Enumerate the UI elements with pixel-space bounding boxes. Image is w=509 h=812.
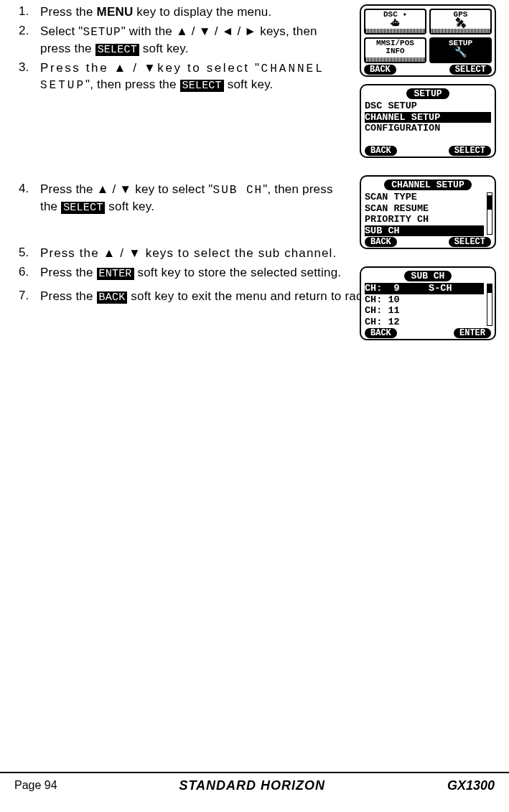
menu-item: CH: 11 xyxy=(365,305,484,317)
step-text: Press the ▲ / ▼ keys to select the sub c… xyxy=(40,246,349,262)
step-number: 2. xyxy=(19,24,40,38)
step-number: 5. xyxy=(19,246,40,260)
satellite-icon: 🛰︎ xyxy=(431,19,490,29)
softkey-back: BACK xyxy=(364,65,396,75)
enter-softkey-ref: ENTER xyxy=(97,268,134,280)
scrollbar xyxy=(487,192,492,235)
boat-icon: ⛴ xyxy=(365,19,425,29)
brand-logo: STANDARD HORIZON xyxy=(179,778,325,793)
screen-title: SUB CH xyxy=(404,271,452,281)
menu-item: DSC SETUP xyxy=(365,101,491,112)
page-footer: Page 94 STANDARD HORIZON GX1300 xyxy=(0,772,509,798)
menu-icon-mmsi: MMSI/POS INFO xyxy=(364,37,426,63)
screen-sub-ch: SUB CH CH: 9 S-CH CH: 10 CH: 11 CH: 12 B… xyxy=(360,266,496,340)
step-text: Press the MENU key to display the menu. xyxy=(40,4,349,21)
step-number: 1. xyxy=(19,4,40,19)
step-text: Press the ▲ / ▼ key to select "SUB CH", … xyxy=(40,182,349,215)
step-number: 4. xyxy=(19,182,40,196)
menu-item: CONFIGURATION xyxy=(365,123,491,134)
softkey-select: SELECT xyxy=(449,237,491,247)
step-1: 1. Press the MENU key to display the men… xyxy=(19,4,349,21)
menu-item: SCAN TYPE xyxy=(365,192,484,203)
menu-item: SCAN RESUME xyxy=(365,203,484,215)
select-softkey-ref: SELECT xyxy=(61,202,105,214)
screen-title: SETUP xyxy=(406,88,449,99)
menu-item-selected: CH: 9 S-CH xyxy=(365,283,484,294)
step-4: 4. Press the ▲ / ▼ key to select "SUB CH… xyxy=(19,182,349,215)
softkey-select: SELECT xyxy=(449,146,491,156)
menu-key: MENU xyxy=(97,5,134,19)
softkey-back: BACK xyxy=(365,146,397,156)
model-number: GX1300 xyxy=(447,778,495,793)
menu-item: PRIORITY CH xyxy=(365,214,484,225)
screen-setup: SETUP DSC SETUP CHANNEL SETUP CONFIGURAT… xyxy=(360,84,496,158)
softkey-select: SELECT xyxy=(449,65,492,75)
menu-item-selected: CHANNEL SETUP xyxy=(365,112,491,123)
step-6: 6. Press the ENTER soft key to store the… xyxy=(19,265,349,281)
select-softkey-ref: SELECT xyxy=(95,44,139,56)
menu-icon-setup: SETUP 🔧 xyxy=(429,37,492,63)
softkey-back: BACK xyxy=(365,328,397,338)
step-text: Press the ▲ / ▼key to select "CHANNEL SE… xyxy=(40,60,349,94)
wrench-icon: 🔧 xyxy=(431,47,490,57)
menu-item: CH: 10 xyxy=(365,294,484,306)
menu-item: CH: 12 xyxy=(365,317,484,328)
softkey-enter: ENTER xyxy=(454,328,491,338)
step-number: 6. xyxy=(19,265,40,279)
step-3: 3. Press the ▲ / ▼key to select "CHANNEL… xyxy=(19,60,349,94)
step-2: 2. Select "SETUP" with the ▲ / ▼ / ◄ / ►… xyxy=(19,24,349,57)
step-text: Select "SETUP" with the ▲ / ▼ / ◄ / ► ke… xyxy=(40,24,349,57)
screen-channel-setup: CHANNEL SETUP SCAN TYPE SCAN RESUME PRIO… xyxy=(360,175,496,249)
menu-icon-gps: GPS 🛰︎ xyxy=(429,9,492,34)
step-number: 3. xyxy=(19,60,40,75)
screen-menu-icons: DSC ✦ ⛴ GPS 🛰︎ MMSI/POS INFO SETUP 🔧 BAC… xyxy=(360,4,496,77)
page-number: Page 94 xyxy=(14,779,57,792)
menu-item-selected: SUB CH xyxy=(365,225,484,237)
screen-title: CHANNEL SETUP xyxy=(384,179,471,190)
step-5: 5. Press the ▲ / ▼ keys to select the su… xyxy=(19,246,349,262)
step-number: 7. xyxy=(19,289,40,303)
softkey-back: BACK xyxy=(365,237,397,247)
scrollbar xyxy=(487,284,492,326)
step-text: Press the ENTER soft key to store the se… xyxy=(40,265,349,281)
screens-column: DSC ✦ ⛴ GPS 🛰︎ MMSI/POS INFO SETUP 🔧 BAC… xyxy=(360,4,496,347)
back-softkey-ref: BACK xyxy=(97,291,128,304)
menu-icon-dsc: DSC ✦ ⛴ xyxy=(364,9,426,34)
select-softkey-ref: SELECT xyxy=(180,80,224,92)
